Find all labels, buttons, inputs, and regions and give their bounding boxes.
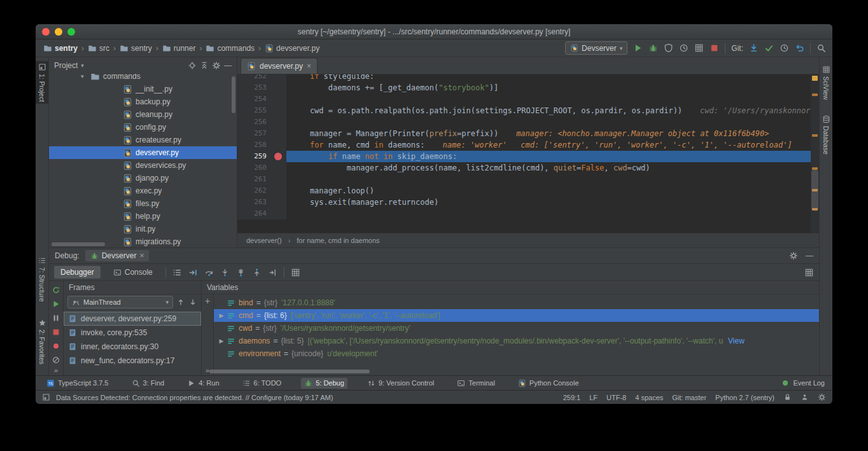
debug-button[interactable] <box>648 43 658 53</box>
next-frame-button[interactable] <box>188 298 197 307</box>
warning-marker[interactable] <box>812 134 818 137</box>
previous-frame-button[interactable] <box>176 298 185 307</box>
interpreter-indicator[interactable]: Python 2.7 (sentry) <box>715 394 774 401</box>
git-commit-button[interactable] <box>764 43 774 53</box>
database-tool-button[interactable]: Database <box>820 113 832 156</box>
variable-row[interactable]: environment={unicode}u'development' <box>214 347 819 360</box>
settings-gear-icon[interactable] <box>212 61 221 70</box>
structure-tool-button[interactable]: 7: Structure <box>36 254 48 303</box>
code-line-current[interactable]: 259 if name not in skip_daemons: <box>237 151 819 162</box>
variable-row-selected[interactable]: ▶cmd={list: 6}['sentry', 'run', 'worker'… <box>214 309 819 322</box>
tree-item[interactable]: django.py <box>49 172 237 184</box>
tree-item[interactable]: help.py <box>49 210 237 223</box>
concurrency-button[interactable] <box>694 43 704 53</box>
tree-item[interactable]: init.py <box>49 223 237 235</box>
sciview-tool-button[interactable]: SciView <box>820 64 832 102</box>
chevron-down-icon[interactable]: ▾ <box>81 62 84 69</box>
resume-button[interactable] <box>52 300 60 309</box>
lock-icon[interactable] <box>783 393 792 401</box>
evaluate-expression-button[interactable] <box>291 268 300 277</box>
tree-item[interactable]: files.py <box>49 197 237 210</box>
locate-file-button[interactable] <box>188 61 197 70</box>
debug-tool-button[interactable]: 5: Debug <box>301 378 347 389</box>
code-line[interactable]: 263 sys.exit(manager.returncode) <box>237 197 819 208</box>
code-line[interactable]: 255 cwd = os.path.realpath(os.path.join(… <box>237 105 819 116</box>
frame-row[interactable]: inner, decorators.py:30 <box>64 340 201 354</box>
indent-indicator[interactable]: 4 spaces <box>635 394 663 401</box>
frame-row[interactable]: new_func, decorators.py:17 <box>64 354 201 368</box>
view-breakpoints-button[interactable] <box>52 342 60 350</box>
vertical-scrollbar[interactable] <box>232 76 235 113</box>
event-log-button[interactable]: Event Log <box>781 379 825 387</box>
horizontal-scrollbar[interactable] <box>209 370 370 373</box>
expand-icon[interactable]: ▶ <box>217 338 226 344</box>
editor-scrollbar-thumb[interactable] <box>811 170 818 211</box>
project-panel-title[interactable]: Project <box>54 61 78 70</box>
tree-item[interactable]: config.py <box>49 121 237 134</box>
run-configuration-selector[interactable]: Devserver ▾ <box>565 41 627 55</box>
expand-icon[interactable]: ▶ <box>217 312 226 319</box>
mute-breakpoints-button[interactable] <box>52 356 60 364</box>
find-tool-button[interactable]: 3: Find <box>129 378 168 389</box>
settings-gear-icon[interactable] <box>789 251 798 260</box>
breadcrumb-commands[interactable]: commands <box>204 44 256 53</box>
variable-row[interactable]: bind={str}'127.0.0.1:8888' <box>214 296 819 309</box>
terminal-tool-button[interactable]: Terminal <box>454 378 498 389</box>
horizontal-scrollbar[interactable] <box>52 242 105 246</box>
caret-position[interactable]: 259:1 <box>563 394 581 401</box>
run-button[interactable] <box>633 43 643 53</box>
close-tab-icon[interactable]: × <box>139 251 144 260</box>
inspections-profile-icon[interactable] <box>801 393 809 401</box>
view-value-link[interactable]: View <box>728 337 745 345</box>
pause-button[interactable] <box>52 314 60 323</box>
close-window-button[interactable] <box>42 28 50 36</box>
tree-item-folder[interactable]: ▾commands <box>49 74 237 83</box>
breakpoint-dot[interactable] <box>274 153 282 160</box>
collapse-all-button[interactable] <box>200 61 209 70</box>
step-into-button[interactable] <box>220 268 230 277</box>
code-line[interactable]: 264 <box>237 208 819 219</box>
chevron-down-icon[interactable]: ▾ <box>81 74 87 80</box>
tab-console[interactable]: Console <box>107 266 159 279</box>
error-stripe[interactable] <box>811 74 819 233</box>
project-tool-button[interactable]: 1: Project <box>36 61 48 104</box>
line-ending-indicator[interactable]: LF <box>589 394 598 401</box>
restore-layout-icon[interactable] <box>804 268 814 277</box>
git-rollback-button[interactable] <box>795 43 804 53</box>
layout-settings-icon[interactable] <box>172 268 182 277</box>
warning-marker[interactable] <box>812 94 818 96</box>
tree-item[interactable]: cleanup.py <box>49 108 237 121</box>
frame-row-selected[interactable]: devserver, devserver.py:259 <box>64 312 201 326</box>
code-line[interactable]: 261 <box>237 174 819 185</box>
close-tab-icon[interactable]: × <box>307 62 311 71</box>
code-line[interactable]: 262 manager.loop() <box>237 185 819 197</box>
python-console-tool-button[interactable]: Python Console <box>515 378 582 389</box>
stop-button[interactable] <box>710 43 719 53</box>
overflow-chevron[interactable]: » <box>49 366 63 374</box>
typescript-status-button[interactable]: TypeScript 3.7.5 <box>43 378 112 389</box>
code-line[interactable]: 257 manager = Manager(Printer(prefix=pre… <box>237 128 819 139</box>
code-line[interactable]: 258 for name, cmd in daemons:name: 'work… <box>237 139 819 151</box>
profiler-button[interactable] <box>679 43 689 53</box>
minimize-window-button[interactable] <box>55 28 62 36</box>
tab-debugger[interactable]: Debugger <box>54 266 101 279</box>
tree-item[interactable]: backup.py <box>49 95 237 108</box>
breadcrumb-src[interactable]: src <box>87 44 111 53</box>
breadcrumb-devserver[interactable]: devserver.py <box>263 44 321 53</box>
run-tool-button[interactable]: 4: Run <box>184 378 222 389</box>
editor-tab-devserver[interactable]: devserver.py × <box>241 58 318 74</box>
code-line[interactable]: 253 daemons += [_get_daemon("storybook")… <box>237 82 819 94</box>
code-line[interactable]: 254 <box>237 94 819 105</box>
status-message[interactable]: Data Sources Detected: Connection proper… <box>56 394 333 401</box>
tree-item[interactable]: devservices.py <box>49 159 237 172</box>
code-line[interactable]: 260 manager.add_process(name, list2cmdli… <box>237 162 819 174</box>
tree-item[interactable]: exec.py <box>49 184 237 197</box>
show-execution-point-button[interactable] <box>188 268 198 277</box>
breadcrumb-runner[interactable]: runner <box>161 44 197 53</box>
debug-session-tab[interactable]: Devserver × <box>85 250 150 261</box>
run-to-cursor-button[interactable] <box>268 268 277 277</box>
favorites-tool-button[interactable]: 2: Favorites <box>36 317 48 366</box>
force-step-into-button[interactable] <box>236 268 246 277</box>
thread-selector[interactable]: MainThread ▾ <box>67 296 173 309</box>
title-bar[interactable]: sentry [~/getsentry/sentry] - .../src/se… <box>36 24 832 39</box>
